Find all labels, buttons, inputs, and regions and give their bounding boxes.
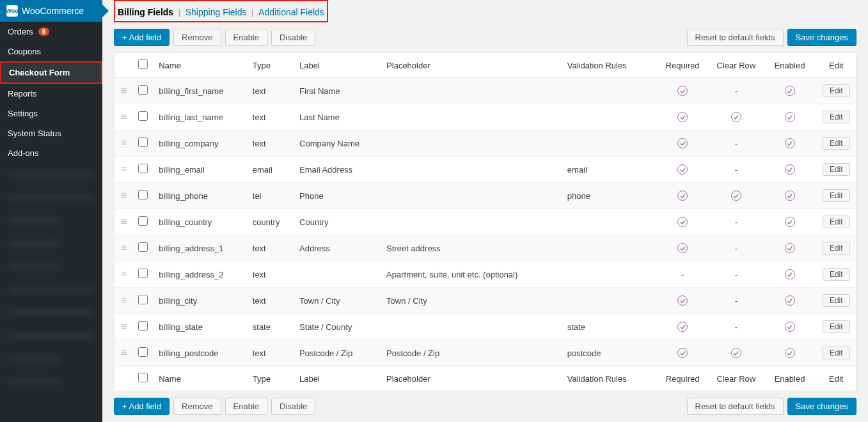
drag-handle-icon[interactable]: ≡ [121,242,127,253]
sidebar-header[interactable]: Woo WooCommerce [0,0,102,22]
sidebar-item-checkout-form[interactable]: Checkout Form [0,61,102,84]
reset-button[interactable]: Reset to default fields [687,29,784,46]
add-field-button[interactable]: + Add field [114,29,170,46]
check-icon [677,86,688,96]
cell-validation: state [562,314,656,340]
dash-icon: - [735,86,738,96]
save-button[interactable]: Save changes [787,398,856,415]
sidebar-item-settings[interactable]: Settings [0,104,102,123]
row-checkbox[interactable] [138,190,148,199]
drag-handle-icon[interactable]: ≡ [121,269,127,279]
drag-handle-icon[interactable]: ≡ [121,111,127,122]
drag-handle-icon[interactable]: ≡ [121,321,127,332]
dash-icon: - [735,270,738,279]
cell-enabled [763,104,817,130]
col-type: Type [248,366,294,391]
disable-button[interactable]: Disable [271,29,315,46]
table-row: ≡billing_last_nametextLast NameEdit [114,104,856,130]
row-checkbox[interactable] [138,85,148,95]
check-icon [677,138,688,148]
sidebar-item-label: Orders [8,27,33,36]
cell-clear: - [709,262,763,288]
cell-type: tel [248,183,294,209]
table-row: ≡billing_statestateState / Countystate-E… [114,314,856,340]
cell-placeholder [381,130,562,157]
cell-type: email [248,157,294,183]
col-name: Name [154,366,248,391]
edit-button[interactable]: Edit [823,84,850,97]
table-row: ≡billing_countrycountryCountry-Edit [114,209,856,235]
cell-type: text [248,130,294,157]
col-enabled: Enabled [763,53,817,78]
cell-label: State / County [294,314,381,340]
cell-validation [562,262,656,288]
col-placeholder: Placeholder [381,366,562,391]
tab-separator: | [250,8,257,17]
cell-type: text [248,104,294,130]
row-checkbox[interactable] [138,111,148,121]
tab-shipping-fields[interactable]: Shipping Fields [184,7,248,17]
check-icon [785,191,795,201]
sidebar-item-coupons[interactable]: Coupons [0,42,102,61]
cell-clear: - [709,314,763,340]
sidebar-item-orders[interactable]: Orders8 [0,22,102,42]
edit-button[interactable]: Edit [823,268,850,281]
edit-button[interactable]: Edit [823,294,850,307]
cell-type: text [248,235,294,262]
tab-billing-fields[interactable]: Billing Fields [116,7,175,17]
save-button[interactable]: Save changes [787,29,856,46]
sidebar-item-label: Checkout Form [9,68,70,77]
select-all-checkbox[interactable] [138,59,148,69]
remove-button[interactable]: Remove [173,398,221,415]
edit-button[interactable]: Edit [823,189,850,202]
edit-button[interactable]: Edit [823,242,850,254]
row-checkbox[interactable] [138,216,148,226]
row-checkbox[interactable] [138,321,148,331]
row-checkbox[interactable] [138,242,148,252]
row-checkbox[interactable] [138,269,148,278]
reset-button[interactable]: Reset to default fields [687,398,784,415]
tab-additional-fields[interactable]: Additional Fields [257,7,326,17]
drag-handle-icon[interactable]: ≡ [121,190,127,201]
remove-button[interactable]: Remove [173,29,221,46]
dash-icon: - [735,139,738,148]
edit-button[interactable]: Edit [823,215,850,228]
row-checkbox[interactable] [138,137,148,147]
disable-button[interactable]: Disable [271,398,315,415]
cell-validation [562,288,656,314]
col-type: Type [248,53,294,78]
cell-name: billing_phone [154,183,248,209]
drag-handle-icon[interactable]: ≡ [121,137,127,148]
edit-button[interactable]: Edit [823,137,850,150]
edit-button[interactable]: Edit [823,320,850,333]
sidebar-item-reports[interactable]: Reports [0,84,102,104]
edit-button[interactable]: Edit [823,163,850,176]
arrow-icon [102,4,109,17]
table-row: ≡billing_citytextTown / CityTown / City-… [114,288,856,314]
sidebar-item-add-ons[interactable]: Add-ons [0,143,102,163]
enable-button[interactable]: Enable [225,398,267,415]
edit-button[interactable]: Edit [823,347,850,359]
cell-validation [562,78,656,104]
sidebar: Woo WooCommerce Orders8CouponsCheckout F… [0,0,102,422]
cell-label [294,262,381,288]
col-label: Label [294,366,381,391]
drag-handle-icon[interactable]: ≡ [121,216,127,227]
col-clear: Clear Row [709,53,763,78]
edit-button[interactable]: Edit [823,111,850,123]
row-checkbox[interactable] [138,295,148,304]
drag-handle-icon[interactable]: ≡ [121,85,127,96]
table-row: ≡billing_phonetelPhonephoneEdit [114,183,856,209]
select-all-checkbox-footer[interactable] [138,373,148,382]
cell-name: billing_first_name [154,78,248,104]
drag-handle-icon[interactable]: ≡ [121,295,127,306]
cell-placeholder [381,78,562,104]
row-checkbox[interactable] [138,347,148,357]
row-checkbox[interactable] [138,164,148,173]
drag-handle-icon[interactable]: ≡ [121,164,127,175]
sidebar-item-system-status[interactable]: System Status [0,123,102,143]
drag-handle-icon[interactable]: ≡ [121,347,127,358]
enable-button[interactable]: Enable [225,29,267,46]
add-field-button[interactable]: + Add field [114,398,170,415]
dash-icon: - [681,270,684,279]
